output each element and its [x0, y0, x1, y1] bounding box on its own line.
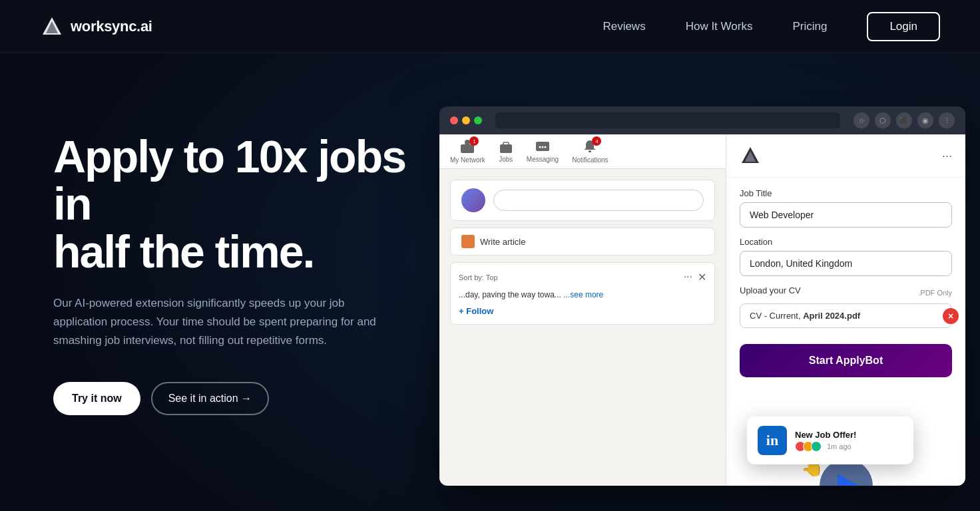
location-input[interactable]: [740, 251, 952, 276]
feed-text: ...day, paving the way towa... ...see mo…: [459, 289, 706, 301]
location-input-wrapper: [740, 251, 952, 285]
notification-time: 1m ago: [827, 442, 852, 450]
feed-close-icon[interactable]: ✕: [698, 271, 706, 283]
maximize-window-dot: [474, 116, 482, 124]
see-in-action-button[interactable]: See it in action →: [151, 382, 269, 415]
try-it-now-button[interactable]: Try it now: [53, 382, 140, 415]
browser-window-controls: [450, 116, 482, 124]
job-title-label: Job Title: [740, 188, 952, 198]
extension-header: ···: [726, 134, 965, 178]
upload-cv-label: Upload your CV: [740, 285, 801, 295]
hero-right: ☆ ⬡ ⬛ ◉ ⋮: [413, 100, 927, 504]
logo-icon: [40, 15, 64, 39]
linkedin-notification-logo: in: [758, 426, 787, 455]
svg-rect-4: [500, 144, 512, 153]
notification-title: New Job Offer!: [795, 430, 903, 440]
browser-download-icon[interactable]: ⬛: [896, 112, 912, 128]
browser-url-bar[interactable]: [495, 112, 840, 128]
linkedin-nav-messaging[interactable]: Messaging: [527, 140, 559, 163]
linkedin-nav: 1 My Network Jobs Messaging: [439, 134, 726, 169]
hero-heading-line1: Apply to 10x jobs in: [53, 131, 405, 229]
hero-buttons: Try it now See it in action →: [53, 382, 426, 415]
cv-upload-section: Upload your CV .PDF Only CV - Current, A…: [740, 285, 952, 328]
browser-topbar: ☆ ⬡ ⬛ ◉ ⋮: [439, 106, 965, 134]
linkedin-nav-my-network[interactable]: 1 My Network: [450, 139, 485, 164]
jobs-label: Jobs: [499, 156, 513, 163]
close-window-dot: [450, 116, 458, 124]
pdf-only-note: .PDF Only: [918, 289, 952, 297]
svg-point-7: [539, 146, 541, 148]
write-article-icon: [461, 235, 475, 248]
cv-clear-button[interactable]: ×: [943, 308, 959, 324]
location-field-group: Location: [740, 237, 952, 285]
browser-menu-icon[interactable]: ⋮: [939, 112, 955, 128]
notification-meta: 1m ago: [795, 441, 903, 452]
sort-label[interactable]: Sort by: Top: [459, 273, 498, 281]
nav-links: Reviews How It Works Pricing Login: [603, 12, 940, 41]
hero-heading: Apply to 10x jobs in half the time.: [53, 133, 426, 275]
nav-pricing[interactable]: Pricing: [792, 20, 827, 33]
minimize-window-dot: [462, 116, 470, 124]
nav-how-it-works[interactable]: How It Works: [686, 20, 753, 33]
play-icon: [838, 474, 859, 486]
browser-star-icon[interactable]: ☆: [854, 112, 869, 128]
browser-profile-icon[interactable]: ◉: [917, 112, 933, 128]
cv-file-wrapper: CV - Current, April 2024.pdf ×: [740, 303, 952, 328]
linkedin-nav-jobs[interactable]: Jobs: [499, 140, 513, 163]
svg-rect-10: [589, 150, 591, 152]
svg-point-8: [541, 146, 543, 148]
svg-point-9: [544, 146, 546, 148]
linkedin-feed-card: Sort by: Top ··· ✕ ...day, paving the wa…: [450, 262, 715, 325]
notif-avatar-3: [811, 441, 822, 452]
location-label: Location: [740, 237, 952, 247]
main-content: Apply to 10x jobs in half the time. Our …: [0, 53, 980, 511]
notification-popup: in New Job Offer! 1m ago: [747, 417, 913, 464]
linkedin-nav-notifications[interactable]: 4 Notifications: [572, 139, 608, 164]
logo-area: worksync.ai: [40, 15, 152, 39]
navbar: worksync.ai Reviews How It Works Pricing…: [0, 0, 980, 53]
feed-menu-icon[interactable]: ···: [684, 271, 692, 283]
login-button[interactable]: Login: [867, 12, 940, 41]
see-more-link[interactable]: ...see more: [563, 290, 603, 299]
cv-filename: CV - Current, April 2024.pdf: [750, 311, 860, 321]
extension-logo: [740, 145, 761, 166]
linkedin-start-post: [450, 180, 715, 221]
browser-extension-icon[interactable]: ⬡: [875, 112, 891, 128]
browser-toolbar-icons: ☆ ⬡ ⬛ ◉ ⋮: [854, 112, 955, 128]
extension-menu-dots[interactable]: ···: [942, 149, 952, 163]
notifications-label: Notifications: [572, 156, 608, 164]
hero-subtext: Our AI-powered extension significantly s…: [53, 294, 386, 350]
write-article-label: Write article: [480, 237, 525, 247]
feed-card-header: Sort by: Top ··· ✕: [459, 271, 706, 283]
notification-avatars: [795, 441, 819, 452]
linkedin-panel: 1 My Network Jobs Messaging: [439, 134, 726, 486]
post-input[interactable]: [493, 190, 704, 211]
linkedin-write-article[interactable]: Write article: [450, 228, 715, 256]
nav-reviews[interactable]: Reviews: [603, 20, 645, 33]
hero-heading-line2: half the time.: [53, 226, 314, 277]
svg-rect-5: [503, 142, 509, 145]
my-network-badge: 1: [469, 136, 479, 146]
user-avatar: [461, 188, 485, 212]
notifications-badge: 4: [592, 136, 601, 146]
svg-rect-2: [461, 144, 474, 153]
messaging-label: Messaging: [527, 156, 559, 163]
start-applybot-button[interactable]: Start ApplyBot: [740, 344, 952, 377]
cv-file-input[interactable]: CV - Current, April 2024.pdf: [740, 303, 952, 328]
logo-text: worksync.ai: [71, 18, 152, 35]
job-title-input[interactable]: [740, 202, 952, 228]
my-network-label: My Network: [450, 156, 485, 164]
hero-left: Apply to 10x jobs in half the time. Our …: [53, 106, 426, 415]
upload-label-row: Upload your CV .PDF Only: [740, 285, 952, 299]
job-title-field-group: Job Title: [740, 188, 952, 237]
extension-logo-icon: [740, 145, 761, 166]
notification-content: New Job Offer! 1m ago: [795, 430, 903, 452]
linkedin-main: Write article Sort by: Top ··· ✕: [439, 169, 726, 335]
follow-button[interactable]: + Follow: [459, 306, 706, 316]
